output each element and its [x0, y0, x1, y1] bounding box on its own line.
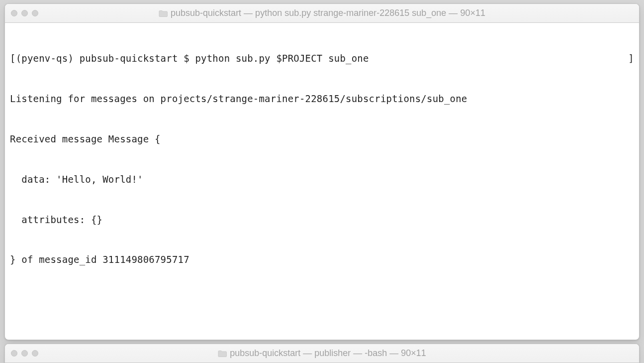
prompt-line: (pyenv-qs) pubsub-quickstart $ python su… — [16, 53, 369, 64]
minimize-button[interactable] — [21, 350, 28, 357]
close-button[interactable] — [11, 350, 17, 357]
title-wrap: pubsub-quickstart — publisher — -bash — … — [5, 348, 639, 359]
window-title: pubsub-quickstart — publisher — -bash — … — [230, 348, 426, 359]
right-bracket: ] — [628, 52, 634, 65]
maximize-button[interactable] — [32, 350, 38, 357]
titlebar[interactable]: pubsub-quickstart — python sub.py strang… — [5, 4, 639, 23]
output-line: data: 'Hello, World!' — [10, 173, 634, 186]
folder-icon — [218, 350, 227, 357]
title-wrap: pubsub-quickstart — python sub.py strang… — [5, 8, 639, 18]
close-button[interactable] — [11, 10, 17, 16]
output-line: Listening for messages on projects/stran… — [10, 92, 634, 106]
traffic-lights — [11, 350, 38, 357]
terminal-output[interactable]: [(pyenv-qs) pubsub-quickstart $ python s… — [5, 23, 639, 340]
terminal-window-publisher[interactable]: pubsub-quickstart — publisher — -bash — … — [4, 344, 640, 363]
output-line: attributes: {} — [10, 213, 634, 227]
terminal-window-sub-one[interactable]: pubsub-quickstart — python sub.py strang… — [4, 3, 640, 340]
maximize-button[interactable] — [32, 10, 38, 16]
traffic-lights — [11, 10, 38, 16]
window-title: pubsub-quickstart — python sub.py strang… — [171, 8, 485, 18]
titlebar[interactable]: pubsub-quickstart — publisher — -bash — … — [5, 344, 639, 363]
left-bracket: [ — [10, 53, 16, 64]
prompt-row: [(pyenv-qs) pubsub-quickstart $ python s… — [10, 52, 634, 65]
output-line: Received message Message { — [10, 132, 634, 146]
folder-icon — [159, 10, 168, 17]
blank-line — [10, 293, 634, 307]
output-line: } of message_id 311149806795717 — [10, 253, 634, 266]
minimize-button[interactable] — [21, 10, 28, 16]
